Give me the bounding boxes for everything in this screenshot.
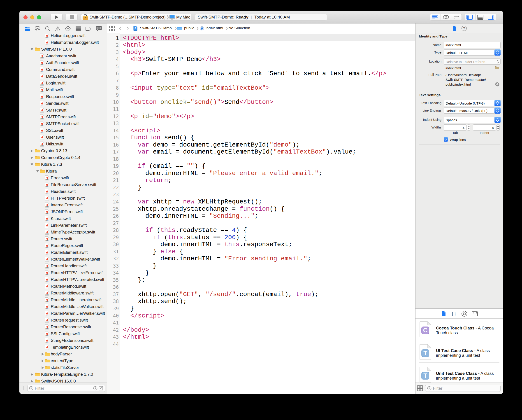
svg-text:SWIFT: SWIFT — [45, 260, 48, 262]
svg-text:SWIFT: SWIFT — [40, 78, 44, 78]
svg-text:SWIFT: SWIFT — [45, 240, 48, 241]
svg-text:SWIFT: SWIFT — [40, 111, 44, 112]
svg-text:SWIFT: SWIFT — [40, 91, 44, 92]
svg-text:SWIFT: SWIFT — [45, 288, 48, 288]
svg-text:SWIFT: SWIFT — [45, 328, 48, 329]
svg-text:SWIFT: SWIFT — [40, 57, 44, 58]
svg-text:SWIFT: SWIFT — [40, 84, 44, 85]
svg-text:SWIFT: SWIFT — [40, 105, 44, 106]
svg-text:SWIFT: SWIFT — [45, 37, 48, 38]
svg-text:SWIFT: SWIFT — [45, 308, 48, 309]
svg-text:SWIFT: SWIFT — [45, 267, 48, 268]
svg-text:SWIFT: SWIFT — [45, 254, 48, 255]
svg-text:SWIFT: SWIFT — [45, 186, 48, 187]
svg-text:C: C — [423, 327, 428, 334]
svg-text:SWIFT: SWIFT — [45, 342, 48, 343]
svg-text:SWIFT: SWIFT — [40, 71, 44, 72]
svg-text:SWIFT: SWIFT — [45, 220, 48, 221]
svg-text:SWIFT: SWIFT — [40, 125, 44, 126]
svg-text:SWIFT: SWIFT — [40, 138, 44, 140]
svg-text:SWIFT: SWIFT — [45, 179, 48, 180]
svg-text:SWIFT: SWIFT — [45, 294, 48, 295]
svg-text:SWIFT: SWIFT — [45, 193, 48, 194]
svg-text:SWIFT: SWIFT — [45, 206, 48, 207]
svg-text:SWIFT: SWIFT — [45, 226, 48, 228]
svg-text:SWIFT: SWIFT — [40, 132, 44, 133]
svg-text:SWIFT: SWIFT — [40, 118, 44, 119]
svg-text:SWIFT: SWIFT — [45, 274, 48, 275]
svg-text:SWIFT: SWIFT — [45, 301, 48, 302]
svg-text:T: T — [423, 350, 427, 357]
svg-text:SWIFT: SWIFT — [45, 335, 48, 336]
svg-text:SWIFT: SWIFT — [45, 213, 48, 214]
svg-text:SWIFT: SWIFT — [45, 233, 48, 234]
svg-text:SWIFT: SWIFT — [45, 247, 48, 248]
svg-text:SWIFT: SWIFT — [40, 98, 44, 99]
svg-text:SWIFT: SWIFT — [40, 145, 44, 146]
svg-text:SWIFT: SWIFT — [45, 321, 48, 322]
svg-text:SWIFT: SWIFT — [45, 348, 48, 350]
svg-text:SWIFT: SWIFT — [45, 281, 48, 282]
svg-text:SWIFT: SWIFT — [45, 199, 48, 201]
svg-text:T: T — [423, 372, 427, 379]
svg-text:SWIFT: SWIFT — [45, 44, 48, 45]
svg-text:SWIFT: SWIFT — [40, 64, 44, 65]
svg-text:SWIFT: SWIFT — [45, 315, 48, 316]
